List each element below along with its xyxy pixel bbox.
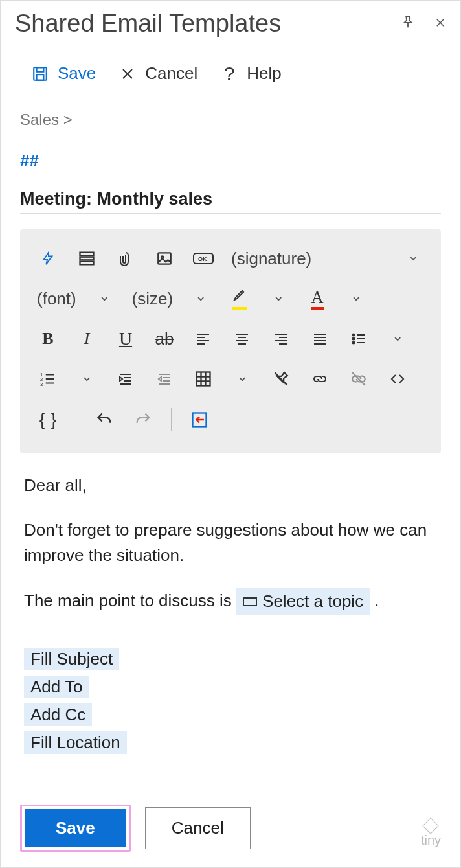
x-icon: [119, 65, 136, 82]
shortcut-field[interactable]: ##: [1, 135, 460, 175]
select-topic-token[interactable]: Select a topic: [236, 588, 370, 615]
text-color-icon[interactable]: A: [306, 288, 328, 310]
link-icon[interactable]: [309, 368, 331, 390]
align-right-icon[interactable]: [270, 328, 292, 350]
svg-rect-6: [158, 253, 171, 264]
size-dropdown[interactable]: (size): [132, 288, 174, 310]
button-insert-icon[interactable]: OK: [192, 247, 214, 269]
text-color-chevron-icon[interactable]: [345, 288, 367, 310]
font-dropdown[interactable]: (font): [37, 288, 76, 310]
macro-add-to[interactable]: Add To: [24, 676, 89, 698]
svg-rect-2: [37, 74, 44, 80]
signature-dropdown[interactable]: (signature): [231, 247, 311, 269]
question-icon: ?: [221, 65, 238, 82]
titlebar: Shared Email Templates: [1, 1, 460, 40]
justify-icon[interactable]: [309, 328, 331, 350]
cancel-action[interactable]: Cancel: [119, 63, 197, 84]
svg-point-10: [353, 334, 355, 336]
editor-body[interactable]: Dear all, Don't forget to prepare sugges…: [1, 453, 460, 641]
undo-icon[interactable]: [93, 409, 115, 431]
close-icon[interactable]: [434, 16, 446, 32]
svg-rect-1: [37, 67, 44, 72]
breadcrumb[interactable]: Sales >: [1, 90, 460, 135]
floppy-disk-icon: [32, 65, 49, 82]
table-chevron-icon[interactable]: [231, 368, 253, 390]
macro-list: Fill Subject Add To Add Cc Fill Location: [1, 641, 460, 766]
italic-button[interactable]: I: [76, 328, 98, 350]
outdent-icon[interactable]: [153, 368, 175, 390]
attachment-icon[interactable]: [115, 247, 137, 269]
font-chevron-icon[interactable]: [93, 288, 115, 310]
pin-icon[interactable]: [401, 15, 415, 33]
separator: [76, 408, 76, 431]
save-label: Save: [58, 63, 96, 84]
insert-macro-icon[interactable]: [188, 409, 210, 431]
diamond-icon: [423, 817, 439, 834]
svg-rect-3: [80, 253, 94, 256]
bold-button[interactable]: B: [37, 328, 59, 350]
cancel-label: Cancel: [145, 63, 197, 84]
highlight-icon[interactable]: [229, 288, 251, 310]
footer: Save Cancel: [20, 805, 441, 852]
numbered-list-icon[interactable]: 123: [37, 368, 59, 390]
svg-rect-5: [80, 262, 94, 265]
unlink-icon[interactable]: [348, 368, 370, 390]
macro-add-cc[interactable]: Add Cc: [24, 703, 92, 726]
highlight-chevron-icon[interactable]: [267, 288, 289, 310]
help-label: Help: [247, 63, 281, 84]
quick-parts-icon[interactable]: [37, 247, 59, 269]
app-title: Shared Email Templates: [15, 10, 401, 38]
svg-text:OK: OK: [198, 256, 207, 262]
table-icon[interactable]: [192, 368, 214, 390]
size-chevron-icon[interactable]: [190, 288, 212, 310]
paragraph-1: Don't forget to prepare suggestions abou…: [24, 518, 437, 568]
braces-icon[interactable]: { }: [37, 409, 59, 431]
separator: [171, 408, 172, 431]
bullet-chevron-icon[interactable]: [387, 328, 409, 350]
greeting: Dear all,: [24, 473, 437, 498]
svg-text:3: 3: [40, 382, 43, 387]
unpin-icon[interactable]: [270, 368, 292, 390]
paragraph-2: The main point to discuss is Select a to…: [24, 588, 437, 615]
svg-rect-4: [80, 257, 94, 260]
image-icon[interactable]: [153, 247, 175, 269]
cancel-button[interactable]: Cancel: [145, 807, 251, 849]
align-center-icon[interactable]: [231, 328, 253, 350]
numbered-chevron-icon[interactable]: [76, 368, 98, 390]
subject-field[interactable]: Meeting: Monthly sales: [20, 175, 441, 214]
indent-icon[interactable]: [115, 368, 137, 390]
macro-fill-location[interactable]: Fill Location: [24, 731, 127, 754]
strikethrough-button[interactable]: ab: [153, 328, 175, 350]
align-left-icon[interactable]: [192, 328, 214, 350]
list-icon[interactable]: [76, 247, 98, 269]
code-icon[interactable]: [387, 368, 409, 390]
save-button[interactable]: Save: [25, 809, 126, 847]
signature-chevron-icon[interactable]: [402, 247, 424, 269]
bullet-list-icon[interactable]: [348, 328, 370, 350]
macro-fill-subject[interactable]: Fill Subject: [24, 648, 119, 670]
help-action[interactable]: ? Help: [221, 63, 281, 84]
svg-point-11: [353, 338, 355, 340]
underline-button[interactable]: U: [115, 328, 137, 350]
command-bar: Save Cancel ? Help: [1, 40, 460, 90]
save-action[interactable]: Save: [32, 63, 96, 84]
svg-rect-16: [197, 372, 210, 386]
save-button-highlight: Save: [20, 805, 131, 852]
editor-toolbar: OK (signature) (font) (size) A B I U ab: [20, 229, 441, 453]
token-box-icon: [243, 597, 257, 606]
redo-icon[interactable]: [132, 409, 154, 431]
svg-point-12: [353, 342, 355, 344]
branding: tiny: [421, 820, 441, 848]
